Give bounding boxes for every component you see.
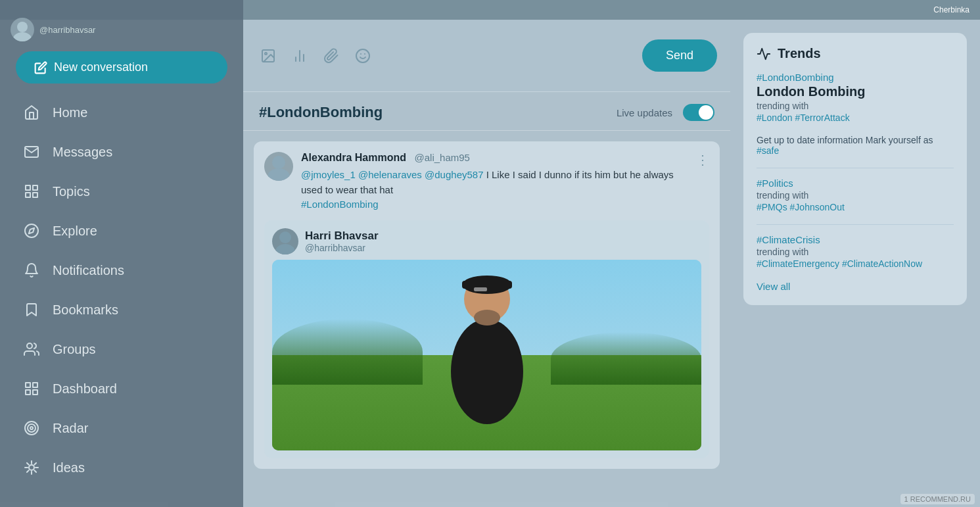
trend-sub-climate: trending with [757, 247, 954, 257]
svg-line-23 [34, 463, 36, 465]
trend-sub-politics: trending with [757, 190, 954, 201]
trend-safety-notice: Get up to date information Mark yourself… [757, 135, 954, 156]
new-conversation-label: New conversation [54, 60, 148, 74]
send-button[interactable]: Send [642, 39, 717, 72]
toggle-knob [699, 105, 713, 120]
dashboard-label: Dashboard [53, 381, 117, 397]
messages-icon [22, 143, 41, 161]
safe-link[interactable]: #safe [757, 145, 779, 156]
dashboard-icon [22, 379, 41, 398]
svg-point-15 [30, 427, 33, 429]
compose-toolbar: Send [243, 20, 730, 92]
explore-label: Explore [53, 224, 97, 239]
sidebar-item-dashboard[interactable]: Dashboard [7, 370, 237, 407]
groups-icon [22, 340, 41, 358]
svg-rect-11 [33, 390, 37, 395]
trend-link-london[interactable]: #London #TerrorAttack [757, 112, 850, 123]
watermark: 1 RECOMMEND.RU [900, 494, 975, 504]
trend-hashtag-politics[interactable]: #Politics [757, 178, 954, 189]
svg-point-24 [29, 465, 34, 470]
chart-toolbar-icon[interactable] [288, 44, 312, 68]
svg-point-33 [272, 156, 285, 169]
embedded-tweet: Harri Bhavsar @harribhavsar [264, 220, 709, 458]
trend-item-london-bombing: #LondonBombing London Bombing trending w… [757, 72, 954, 123]
svg-point-0 [17, 22, 28, 32]
trend-sub-text-london: trending with [757, 101, 808, 111]
svg-rect-40 [474, 287, 487, 291]
tweet-user-info: Alexandra Hammond @ali_ham95 @jmoyles_1 … [301, 152, 688, 212]
sidebar: @harribhavsar New conversation Home Mess… [0, 0, 243, 507]
tweet-more-options[interactable]: ⋮ [696, 152, 709, 168]
trend-link-politics[interactable]: #PMQs #JohnsonOut [757, 202, 845, 212]
svg-rect-9 [26, 383, 30, 387]
feed-hashtag: #LondonBombing [259, 104, 606, 121]
emoji-toolbar-icon[interactable] [351, 44, 375, 68]
groups-label: Groups [53, 342, 96, 357]
new-conversation-button[interactable]: New conversation [16, 51, 227, 84]
radar-icon [22, 419, 41, 437]
bookmarks-label: Bookmarks [53, 302, 118, 318]
sidebar-item-topics[interactable]: Topics [7, 173, 237, 210]
trends-sidebar: Trends #LondonBombing London Bombing tre… [730, 20, 980, 507]
svg-point-26 [265, 53, 267, 55]
embedded-user-info: Harri Bhavsar @harribhavsar [305, 229, 379, 253]
embedded-avatar [272, 228, 298, 254]
trend-hashtag-climate[interactable]: #ClimateCrisis [757, 234, 954, 245]
svg-point-43 [474, 310, 500, 326]
trend-sub-london: trending with [757, 101, 954, 111]
sidebar-item-messages[interactable]: Messages [7, 133, 237, 170]
view-all-trends[interactable]: View all [757, 281, 954, 292]
trend-links-climate: #ClimateEmergency #ClimateActionNow [757, 258, 954, 269]
svg-rect-3 [33, 185, 37, 190]
tweet-hashtag-link[interactable]: #LondonBombing [301, 199, 379, 210]
embedded-image [272, 260, 701, 450]
svg-point-30 [356, 49, 369, 62]
embedded-name: Harri Bhavsar [305, 229, 379, 243]
tweet-author-avatar [264, 152, 293, 181]
sidebar-item-groups[interactable]: Groups [7, 331, 237, 368]
tweet-header: Alexandra Hammond @ali_ham95 @jmoyles_1 … [264, 152, 709, 212]
user-avatar-top [11, 18, 34, 41]
notifications-label: Notifications [53, 263, 124, 278]
svg-line-19 [34, 470, 36, 472]
trend-item-climate: #ClimateCrisis trending with #ClimateEme… [757, 234, 954, 269]
ideas-icon [22, 458, 41, 477]
radar-label: Radar [53, 421, 88, 436]
messages-label: Messages [53, 145, 112, 160]
tweet-mention-links[interactable]: @jmoyles_1 @helenaraves @dughey587 [301, 169, 484, 180]
sidebar-item-ideas[interactable]: Ideas [7, 449, 237, 486]
svg-marker-7 [29, 228, 34, 233]
trends-panel: Trends #LondonBombing London Bombing tre… [743, 33, 967, 305]
svg-point-35 [279, 231, 291, 243]
svg-point-8 [27, 343, 32, 349]
trend-item-politics: #Politics trending with #PMQs #JohnsonOu… [757, 178, 954, 212]
tweet-body: @jmoyles_1 @helenaraves @dughey587 I Lik… [301, 168, 688, 212]
sidebar-item-explore[interactable]: Explore [7, 212, 237, 249]
trends-icon [757, 47, 771, 61]
trend-links-london: #London #TerrorAttack [757, 112, 954, 123]
svg-point-1 [13, 32, 32, 41]
svg-rect-39 [462, 281, 512, 289]
watermark-text: 1 RECOMMEND.RU [904, 495, 971, 503]
trends-title: Trends [757, 46, 954, 61]
main-feed-area: Send #LondonBombing Live updates Alexand… [243, 20, 730, 507]
svg-point-6 [25, 224, 38, 237]
live-updates-toggle[interactable] [683, 104, 714, 121]
top-bar-username: Cherbinka [933, 5, 969, 14]
image-toolbar-icon[interactable] [256, 44, 280, 68]
trend-divider-2 [757, 224, 954, 225]
svg-rect-5 [26, 193, 30, 197]
sidebar-item-home[interactable]: Home [7, 94, 237, 131]
attach-toolbar-icon[interactable] [319, 44, 343, 68]
bookmarks-icon [22, 301, 41, 319]
sidebar-item-bookmarks[interactable]: Bookmarks [7, 291, 237, 328]
trend-divider-1 [757, 168, 954, 168]
embedded-handle: @harribhavsar [305, 243, 379, 253]
trend-hashtag-london-bombing[interactable]: #LondonBombing [757, 72, 954, 83]
ideas-label: Ideas [53, 460, 85, 475]
sidebar-item-notifications[interactable]: Notifications [7, 252, 237, 289]
svg-point-34 [268, 168, 290, 181]
home-icon [22, 103, 41, 122]
trend-link-climate[interactable]: #ClimateEmergency #ClimateActionNow [757, 258, 922, 269]
sidebar-item-radar[interactable]: Radar [7, 410, 237, 447]
